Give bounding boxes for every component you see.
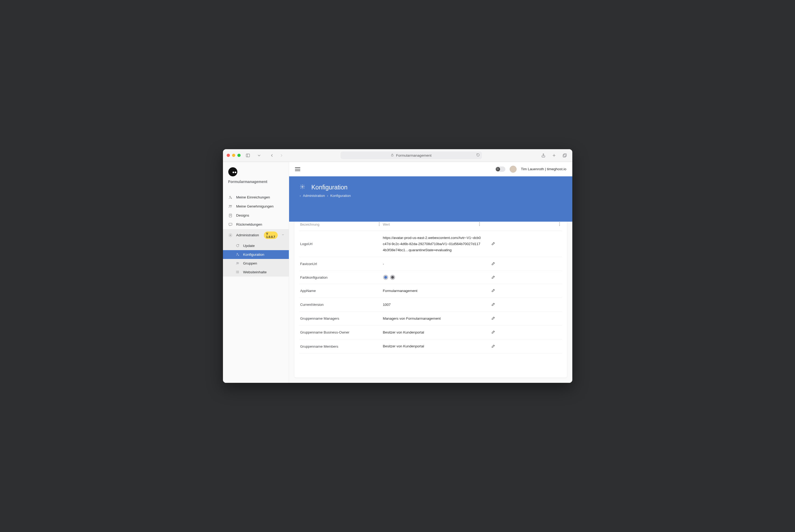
table-row: AppNameFormularmanagement xyxy=(299,284,562,298)
svg-point-35 xyxy=(559,224,560,225)
property-actions xyxy=(482,271,562,284)
sidebar-item-designs[interactable]: Designs xyxy=(223,211,289,220)
breadcrumb-configuration[interactable]: Konfiguration xyxy=(330,194,351,198)
column-header-label[interactable]: Bezeichnung xyxy=(299,218,382,231)
topbar: Tim Lauenroth | timeghost.io xyxy=(289,162,572,176)
brand: Formularmanagement xyxy=(223,162,289,185)
sidebar-nav: Meine Einreichungen Meine Genehmigungen … xyxy=(223,193,289,277)
svg-rect-6 xyxy=(564,154,566,156)
share-button[interactable] xyxy=(540,152,547,159)
reload-button[interactable] xyxy=(476,153,480,157)
properties-table: Bezeichnung Wert xyxy=(299,218,562,354)
sidebar-item-feedback[interactable]: Rückmeldungen xyxy=(223,220,289,229)
sidebar-item-update[interactable]: Update xyxy=(223,241,289,250)
person-edit-icon xyxy=(228,195,233,200)
table-row: FaviconUrl- xyxy=(299,257,562,271)
browser-window: Formularmanagement Formularmanagement xyxy=(223,149,572,383)
browser-titlebar: Formularmanagement xyxy=(223,149,572,162)
property-label: FaviconUrl xyxy=(299,257,382,271)
property-label: Gruppenname Managers xyxy=(299,312,382,325)
new-tab-button[interactable] xyxy=(550,152,558,159)
theme-toggle[interactable] xyxy=(495,167,505,172)
breadcrumb-administration[interactable]: Administration xyxy=(303,194,325,198)
version-badge: V 1.0.0.7 xyxy=(264,231,278,239)
svg-point-9 xyxy=(229,205,230,206)
sidebar-item-label: Konfiguration xyxy=(243,252,265,256)
property-actions xyxy=(482,231,562,257)
property-actions xyxy=(482,339,562,353)
breadcrumb: › Administration › Konfiguration xyxy=(300,194,562,198)
property-value xyxy=(382,271,482,284)
table-menu-button[interactable] xyxy=(559,222,560,227)
column-menu-button[interactable] xyxy=(379,222,380,227)
person-settings-icon xyxy=(236,252,239,256)
sidebar-item-label: Gruppen xyxy=(243,261,257,265)
svg-point-36 xyxy=(559,225,560,226)
svg-point-10 xyxy=(231,205,232,206)
user-avatar[interactable] xyxy=(510,166,517,173)
svg-rect-7 xyxy=(563,154,566,157)
sidebar-item-label: Designs xyxy=(236,213,249,217)
property-label: Farbkonfiguration xyxy=(299,271,382,284)
svg-point-26 xyxy=(498,169,498,169)
address-bar[interactable]: Formularmanagement xyxy=(341,152,482,159)
minimize-window-button[interactable] xyxy=(232,154,235,157)
maximize-window-button[interactable] xyxy=(237,154,240,157)
sidebar-item-submissions[interactable]: Meine Einreichungen xyxy=(223,193,289,202)
svg-point-28 xyxy=(379,223,379,223)
sidebar-item-label: Update xyxy=(243,244,255,248)
edit-button[interactable] xyxy=(491,344,495,348)
property-actions xyxy=(482,298,562,312)
sidebar-item-site-contents[interactable]: Websiteinhalte xyxy=(223,268,289,277)
sidebar-item-groups[interactable]: Gruppen xyxy=(223,259,289,268)
svg-point-30 xyxy=(379,225,379,226)
svg-point-8 xyxy=(229,196,231,197)
main: Tim Lauenroth | timeghost.io Konfigurati… xyxy=(289,162,572,383)
groups-icon xyxy=(236,261,239,265)
edit-button[interactable] xyxy=(491,288,495,292)
svg-point-18 xyxy=(237,262,238,264)
property-value: Besitzer von Kundenportal xyxy=(382,339,482,353)
sidebar-toggle-button[interactable] xyxy=(244,152,252,159)
tabs-overview-button[interactable] xyxy=(561,152,568,159)
admin-subnav: Update Konfiguration Gruppen Websiteinha… xyxy=(223,241,289,277)
color-chips xyxy=(383,275,481,280)
svg-point-34 xyxy=(559,223,560,223)
sidebar-menu-button[interactable] xyxy=(255,152,263,159)
property-label: LogoUrl xyxy=(299,231,382,257)
svg-rect-2 xyxy=(392,155,393,156)
close-window-button[interactable] xyxy=(227,154,230,157)
svg-point-32 xyxy=(479,224,480,225)
sidebar-item-label: Administration xyxy=(236,233,259,237)
svg-point-17 xyxy=(238,255,239,255)
edit-button[interactable] xyxy=(491,330,495,334)
edit-button[interactable] xyxy=(491,316,495,320)
hamburger-menu-button[interactable] xyxy=(295,167,300,171)
column-header-actions xyxy=(482,218,562,231)
edit-button[interactable] xyxy=(491,261,495,266)
sidebar-item-label: Websiteinhalte xyxy=(243,270,267,274)
brand-logo-icon xyxy=(228,167,237,176)
svg-point-29 xyxy=(379,224,379,225)
column-header-text: Wert xyxy=(383,223,390,226)
approvals-icon xyxy=(228,204,233,209)
svg-rect-0 xyxy=(246,154,250,157)
sidebar-item-approvals[interactable]: Meine Genehmigungen xyxy=(223,202,289,211)
back-button[interactable] xyxy=(268,152,276,159)
column-header-value[interactable]: Wert xyxy=(382,218,482,231)
property-actions xyxy=(482,312,562,325)
toolbar-right xyxy=(540,152,568,159)
edit-button[interactable] xyxy=(491,241,495,246)
sidebar-item-configuration[interactable]: Konfiguration xyxy=(223,250,289,259)
window-controls xyxy=(227,154,240,157)
sidebar-item-label: Rückmeldungen xyxy=(236,223,263,226)
svg-rect-14 xyxy=(229,223,232,225)
refresh-icon xyxy=(236,244,239,247)
app-body: Formularmanagement Meine Einreichungen M… xyxy=(223,162,572,383)
edit-button[interactable] xyxy=(491,302,495,306)
column-menu-button[interactable] xyxy=(479,222,480,227)
sidebar-item-administration[interactable]: Administration V 1.0.0.7 xyxy=(223,229,289,241)
table-row: Gruppenname Business-OwnerBesitzer von K… xyxy=(299,325,562,339)
forward-button[interactable] xyxy=(278,152,285,159)
edit-button[interactable] xyxy=(491,275,495,279)
